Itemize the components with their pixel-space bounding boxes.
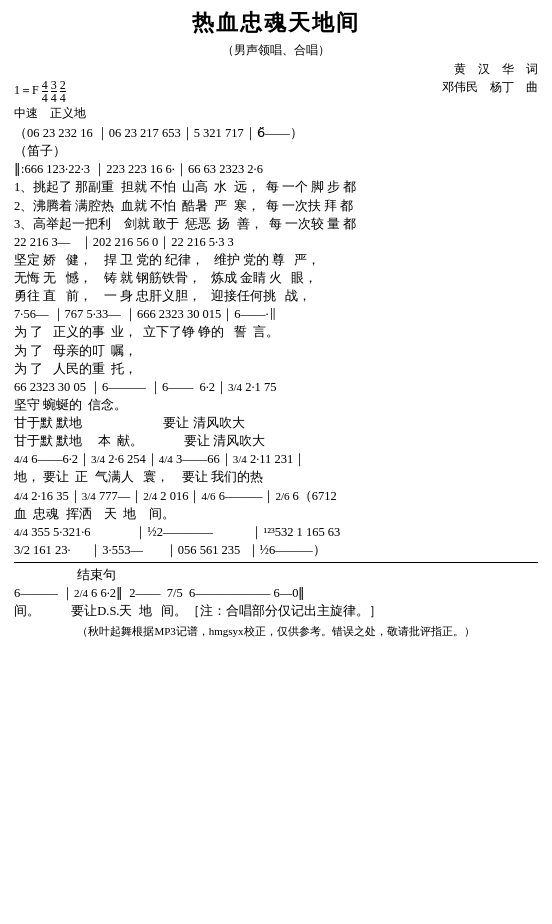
score-main: （06 23 232 16 ｜06 23 217 653｜5 321 717｜6…	[14, 124, 538, 640]
intro-notation: （06 23 232 16 ｜06 23 217 653｜5 321 717｜6…	[14, 124, 538, 160]
lyricist: 黄 汉 华 词	[454, 61, 538, 78]
key-time: 1＝F 44 34 24	[14, 79, 66, 104]
section4-lyrics: 坚守 蜿蜒的 信念。 甘于默 默地 要让 清风吹大 甘于默 默地 本 献。 要让…	[14, 396, 538, 450]
section4-notation: 66 2323 30 05 ｜6——— ｜6—— 6·2｜3/4 2·1 75	[14, 378, 538, 396]
time-sig: 44 34 24	[42, 83, 66, 97]
tempo: 中速 正义地	[14, 105, 86, 122]
section1-notation: ‖:666 123·22·3 ｜223 223 16 6·｜66 63 2323…	[14, 160, 538, 178]
section7-notation: 4/4 355 5·321·6 ｜½2———— ｜¹²³532 1 165 63	[14, 523, 538, 541]
page-container: 热血忠魂天地间 （男声领唱、合唱） 黄 汉 华 词 1＝F 44 34 24 邓…	[10, 8, 542, 640]
section3-lyrics: 为 了 正义的事 业， 立下了铮 铮的 誓 言。 为 了 母亲的叮 嘱， 为 了…	[14, 323, 538, 377]
section5-lyrics: 地， 要让 正 气满人 寰， 要让 我们的热	[14, 468, 538, 486]
song-subtitle: （男声领唱、合唱）	[14, 42, 538, 59]
footer-note: （秋叶起舞根据MP3记谱，hmgsyx校正，仅供参考。错误之处，敬请批评指正。）	[14, 624, 538, 639]
section2-lyrics: 坚定 娇 健， 捍 卫 党的 纪律， 维护 党的 尊 严， 无悔 无 憾， 铸 …	[14, 251, 538, 305]
meta-row: 黄 汉 华 词	[14, 61, 538, 78]
section-divider	[14, 562, 538, 563]
section5-notation: 4/4 6——6·2｜3/4 2·6 254｜4/4 3——66｜3/4 2·1…	[14, 450, 538, 468]
key: 1＝F	[14, 83, 39, 97]
ending-lyrics: 间。 要让D.S.天 地 间。［注：合唱部分仅记出主旋律。］	[14, 602, 538, 620]
ending-label: 结束句 6——— ｜2/4 6 6·2‖ 2—— 7/5 6—————— 6—0…	[14, 566, 538, 602]
section2-notation: 22 216 3— ｜202 216 56 0｜22 216 5·3 3	[14, 233, 538, 251]
meta-row3: 中速 正义地	[14, 105, 538, 122]
section6-notation: 4/4 2·16 35｜3/4 777—｜2/4 2 016｜4/6 6———｜…	[14, 487, 538, 505]
section6-lyrics: 血 忠魂 挥洒 天 地 间。	[14, 505, 538, 523]
composer: 邓伟民 杨丁 曲	[442, 79, 538, 104]
section3-notation: 7·56— ｜767 5·33— ｜666 2323 30 015｜6——·‖	[14, 305, 538, 323]
section8-notation: 3/2 161 23· ｜3·553— ｜056 561 235 ｜½6———）	[14, 541, 538, 559]
section1-lyrics: 1、挑起了 那副重 担就 不怕 山高 水 远， 每 一个 脚 步 都 2、沸腾着…	[14, 178, 538, 232]
meta-row2: 1＝F 44 34 24 邓伟民 杨丁 曲	[14, 79, 538, 104]
song-title: 热血忠魂天地间	[14, 8, 538, 38]
